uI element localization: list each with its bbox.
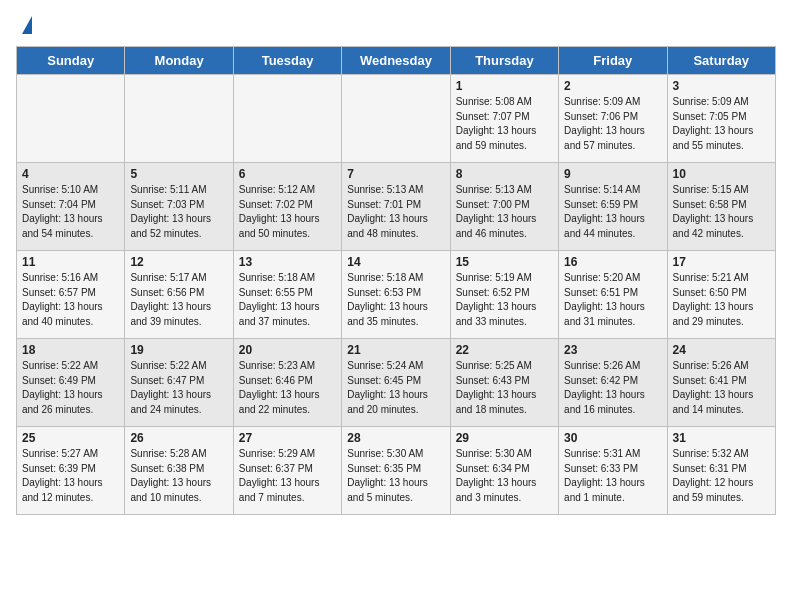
day-info: Sunrise: 5:13 AM Sunset: 7:00 PM Dayligh… (456, 184, 537, 239)
calendar-cell: 26Sunrise: 5:28 AM Sunset: 6:38 PM Dayli… (125, 427, 233, 515)
calendar-cell: 6Sunrise: 5:12 AM Sunset: 7:02 PM Daylig… (233, 163, 341, 251)
day-number: 6 (239, 167, 336, 181)
day-number: 27 (239, 431, 336, 445)
day-info: Sunrise: 5:11 AM Sunset: 7:03 PM Dayligh… (130, 184, 211, 239)
day-number: 29 (456, 431, 553, 445)
day-number: 13 (239, 255, 336, 269)
day-info: Sunrise: 5:23 AM Sunset: 6:46 PM Dayligh… (239, 360, 320, 415)
calendar-cell: 30Sunrise: 5:31 AM Sunset: 6:33 PM Dayli… (559, 427, 667, 515)
calendar-cell: 15Sunrise: 5:19 AM Sunset: 6:52 PM Dayli… (450, 251, 558, 339)
day-info: Sunrise: 5:31 AM Sunset: 6:33 PM Dayligh… (564, 448, 645, 503)
day-number: 26 (130, 431, 227, 445)
calendar-week-row: 25Sunrise: 5:27 AM Sunset: 6:39 PM Dayli… (17, 427, 776, 515)
day-number: 14 (347, 255, 444, 269)
calendar-cell: 1Sunrise: 5:08 AM Sunset: 7:07 PM Daylig… (450, 75, 558, 163)
calendar-cell: 22Sunrise: 5:25 AM Sunset: 6:43 PM Dayli… (450, 339, 558, 427)
calendar-cell (125, 75, 233, 163)
calendar-cell: 23Sunrise: 5:26 AM Sunset: 6:42 PM Dayli… (559, 339, 667, 427)
calendar-cell: 3Sunrise: 5:09 AM Sunset: 7:05 PM Daylig… (667, 75, 775, 163)
day-info: Sunrise: 5:17 AM Sunset: 6:56 PM Dayligh… (130, 272, 211, 327)
calendar-cell: 19Sunrise: 5:22 AM Sunset: 6:47 PM Dayli… (125, 339, 233, 427)
calendar-cell: 7Sunrise: 5:13 AM Sunset: 7:01 PM Daylig… (342, 163, 450, 251)
calendar-cell: 12Sunrise: 5:17 AM Sunset: 6:56 PM Dayli… (125, 251, 233, 339)
calendar-week-row: 11Sunrise: 5:16 AM Sunset: 6:57 PM Dayli… (17, 251, 776, 339)
day-of-week-header: Thursday (450, 47, 558, 75)
day-info: Sunrise: 5:18 AM Sunset: 6:55 PM Dayligh… (239, 272, 320, 327)
calendar-cell: 27Sunrise: 5:29 AM Sunset: 6:37 PM Dayli… (233, 427, 341, 515)
day-info: Sunrise: 5:30 AM Sunset: 6:34 PM Dayligh… (456, 448, 537, 503)
day-info: Sunrise: 5:32 AM Sunset: 6:31 PM Dayligh… (673, 448, 754, 503)
day-number: 23 (564, 343, 661, 357)
day-info: Sunrise: 5:26 AM Sunset: 6:41 PM Dayligh… (673, 360, 754, 415)
day-number: 11 (22, 255, 119, 269)
calendar-table: SundayMondayTuesdayWednesdayThursdayFrid… (16, 46, 776, 515)
day-info: Sunrise: 5:19 AM Sunset: 6:52 PM Dayligh… (456, 272, 537, 327)
calendar-cell: 9Sunrise: 5:14 AM Sunset: 6:59 PM Daylig… (559, 163, 667, 251)
calendar-cell: 25Sunrise: 5:27 AM Sunset: 6:39 PM Dayli… (17, 427, 125, 515)
day-of-week-header: Friday (559, 47, 667, 75)
day-number: 25 (22, 431, 119, 445)
calendar-cell: 16Sunrise: 5:20 AM Sunset: 6:51 PM Dayli… (559, 251, 667, 339)
day-number: 17 (673, 255, 770, 269)
calendar-cell: 21Sunrise: 5:24 AM Sunset: 6:45 PM Dayli… (342, 339, 450, 427)
day-number: 5 (130, 167, 227, 181)
calendar-cell: 14Sunrise: 5:18 AM Sunset: 6:53 PM Dayli… (342, 251, 450, 339)
day-info: Sunrise: 5:25 AM Sunset: 6:43 PM Dayligh… (456, 360, 537, 415)
calendar-cell: 31Sunrise: 5:32 AM Sunset: 6:31 PM Dayli… (667, 427, 775, 515)
day-info: Sunrise: 5:30 AM Sunset: 6:35 PM Dayligh… (347, 448, 428, 503)
day-number: 21 (347, 343, 444, 357)
day-info: Sunrise: 5:24 AM Sunset: 6:45 PM Dayligh… (347, 360, 428, 415)
calendar-cell: 11Sunrise: 5:16 AM Sunset: 6:57 PM Dayli… (17, 251, 125, 339)
calendar-cell: 17Sunrise: 5:21 AM Sunset: 6:50 PM Dayli… (667, 251, 775, 339)
day-number: 3 (673, 79, 770, 93)
day-of-week-header: Tuesday (233, 47, 341, 75)
calendar-week-row: 18Sunrise: 5:22 AM Sunset: 6:49 PM Dayli… (17, 339, 776, 427)
page-header (16, 16, 776, 34)
day-of-week-header: Wednesday (342, 47, 450, 75)
calendar-cell: 13Sunrise: 5:18 AM Sunset: 6:55 PM Dayli… (233, 251, 341, 339)
day-info: Sunrise: 5:22 AM Sunset: 6:49 PM Dayligh… (22, 360, 103, 415)
day-number: 19 (130, 343, 227, 357)
day-info: Sunrise: 5:16 AM Sunset: 6:57 PM Dayligh… (22, 272, 103, 327)
day-info: Sunrise: 5:27 AM Sunset: 6:39 PM Dayligh… (22, 448, 103, 503)
day-info: Sunrise: 5:10 AM Sunset: 7:04 PM Dayligh… (22, 184, 103, 239)
day-number: 28 (347, 431, 444, 445)
day-info: Sunrise: 5:18 AM Sunset: 6:53 PM Dayligh… (347, 272, 428, 327)
day-number: 12 (130, 255, 227, 269)
calendar-week-row: 4Sunrise: 5:10 AM Sunset: 7:04 PM Daylig… (17, 163, 776, 251)
day-info: Sunrise: 5:09 AM Sunset: 7:06 PM Dayligh… (564, 96, 645, 151)
day-number: 24 (673, 343, 770, 357)
day-number: 9 (564, 167, 661, 181)
day-number: 15 (456, 255, 553, 269)
day-number: 30 (564, 431, 661, 445)
day-info: Sunrise: 5:29 AM Sunset: 6:37 PM Dayligh… (239, 448, 320, 503)
calendar-cell: 4Sunrise: 5:10 AM Sunset: 7:04 PM Daylig… (17, 163, 125, 251)
calendar-week-row: 1Sunrise: 5:08 AM Sunset: 7:07 PM Daylig… (17, 75, 776, 163)
day-number: 22 (456, 343, 553, 357)
day-number: 20 (239, 343, 336, 357)
day-of-week-header: Saturday (667, 47, 775, 75)
calendar-cell (233, 75, 341, 163)
calendar-cell: 24Sunrise: 5:26 AM Sunset: 6:41 PM Dayli… (667, 339, 775, 427)
day-number: 10 (673, 167, 770, 181)
day-number: 2 (564, 79, 661, 93)
day-number: 31 (673, 431, 770, 445)
day-info: Sunrise: 5:14 AM Sunset: 6:59 PM Dayligh… (564, 184, 645, 239)
calendar-cell: 28Sunrise: 5:30 AM Sunset: 6:35 PM Dayli… (342, 427, 450, 515)
day-info: Sunrise: 5:12 AM Sunset: 7:02 PM Dayligh… (239, 184, 320, 239)
day-number: 7 (347, 167, 444, 181)
day-info: Sunrise: 5:13 AM Sunset: 7:01 PM Dayligh… (347, 184, 428, 239)
calendar-cell (342, 75, 450, 163)
calendar-cell (17, 75, 125, 163)
day-number: 8 (456, 167, 553, 181)
day-of-week-header: Monday (125, 47, 233, 75)
logo (16, 16, 32, 34)
day-info: Sunrise: 5:20 AM Sunset: 6:51 PM Dayligh… (564, 272, 645, 327)
day-info: Sunrise: 5:28 AM Sunset: 6:38 PM Dayligh… (130, 448, 211, 503)
day-number: 16 (564, 255, 661, 269)
calendar-cell: 29Sunrise: 5:30 AM Sunset: 6:34 PM Dayli… (450, 427, 558, 515)
calendar-cell: 10Sunrise: 5:15 AM Sunset: 6:58 PM Dayli… (667, 163, 775, 251)
calendar-cell: 8Sunrise: 5:13 AM Sunset: 7:00 PM Daylig… (450, 163, 558, 251)
day-info: Sunrise: 5:26 AM Sunset: 6:42 PM Dayligh… (564, 360, 645, 415)
day-info: Sunrise: 5:22 AM Sunset: 6:47 PM Dayligh… (130, 360, 211, 415)
